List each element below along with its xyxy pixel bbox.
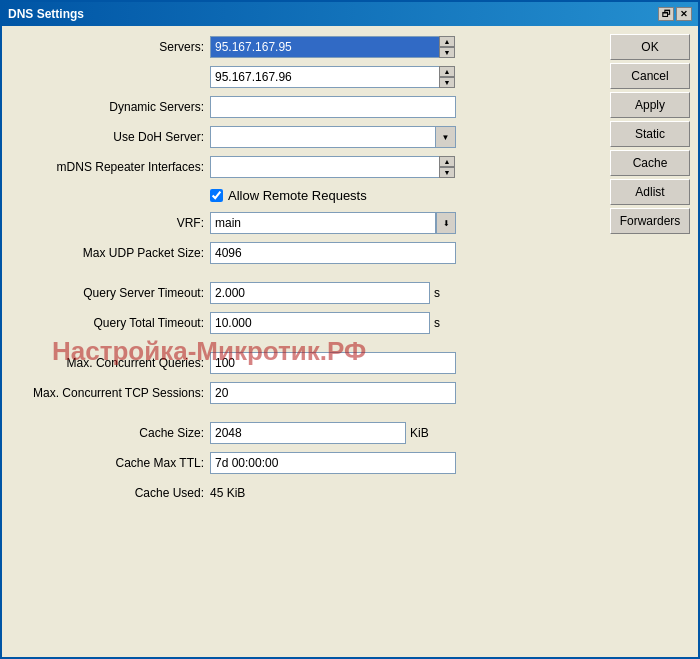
server1-down[interactable]: ▼: [439, 47, 455, 58]
sidebar-buttons: OK Cancel Apply Static Cache Adlist Forw…: [610, 34, 690, 649]
title-bar: DNS Settings 🗗 ✕: [2, 2, 698, 26]
cache-max-ttl-row: Cache Max TTL:: [10, 450, 602, 476]
mdns-input[interactable]: [210, 156, 440, 178]
query-total-input[interactable]: [210, 312, 430, 334]
server2-input-wrapper: ▲ ▼: [210, 66, 455, 88]
query-server-input[interactable]: [210, 282, 430, 304]
title-bar-buttons: 🗗 ✕: [658, 7, 692, 21]
server2-spin: ▲ ▼: [439, 66, 455, 88]
query-server-suffix: s: [434, 286, 440, 300]
doh-dropdown-btn[interactable]: ▼: [436, 126, 456, 148]
server2-up[interactable]: ▲: [439, 66, 455, 77]
max-concurrent-input[interactable]: [210, 352, 456, 374]
query-server-label: Query Server Timeout:: [10, 286, 210, 300]
server1-row: Servers: ▲ ▼: [10, 34, 602, 60]
query-server-row: Query Server Timeout: s: [10, 280, 602, 306]
cache-size-input[interactable]: [210, 422, 406, 444]
mdns-input-wrapper: ▲ ▼: [210, 156, 455, 178]
max-udp-input[interactable]: [210, 242, 456, 264]
dns-settings-window: DNS Settings 🗗 ✕ Настройка-Микротик.РФ S…: [0, 0, 700, 659]
servers-label: Servers:: [10, 40, 210, 54]
server1-input[interactable]: [210, 36, 440, 58]
cache-used-label: Cache Used:: [10, 486, 210, 500]
server2-row: ▲ ▼: [10, 64, 602, 90]
mdns-spin: ▲ ▼: [439, 156, 455, 178]
restore-button[interactable]: 🗗: [658, 7, 674, 21]
allow-remote-label: Allow Remote Requests: [228, 188, 367, 203]
doh-input[interactable]: [210, 126, 436, 148]
vrf-row: VRF: ⬇: [10, 210, 602, 236]
window-title: DNS Settings: [8, 7, 84, 21]
mdns-label: mDNS Repeater Interfaces:: [10, 160, 210, 174]
server2-down[interactable]: ▼: [439, 77, 455, 88]
cache-size-label: Cache Size:: [10, 426, 210, 440]
query-total-row: Query Total Timeout: s: [10, 310, 602, 336]
cache-max-ttl-label: Cache Max TTL:: [10, 456, 210, 470]
cancel-button[interactable]: Cancel: [610, 63, 690, 89]
max-concurrent-tcp-label: Max. Concurrent TCP Sessions:: [10, 386, 210, 400]
allow-remote-row: Allow Remote Requests: [10, 184, 602, 206]
cache-button[interactable]: Cache: [610, 150, 690, 176]
max-udp-row: Max UDP Packet Size:: [10, 240, 602, 266]
cache-used-row: Cache Used: 45 KiB: [10, 480, 602, 506]
dynamic-servers-row: Dynamic Servers:: [10, 94, 602, 120]
vrf-label: VRF:: [10, 216, 210, 230]
doh-row: Use DoH Server: ▼: [10, 124, 602, 150]
dynamic-servers-label: Dynamic Servers:: [10, 100, 210, 114]
cache-size-suffix: KiB: [410, 426, 429, 440]
max-udp-label: Max UDP Packet Size:: [10, 246, 210, 260]
main-form: Servers: ▲ ▼ ▲ ▼: [10, 34, 602, 649]
mdns-down[interactable]: ▼: [439, 167, 455, 178]
server1-input-wrapper: ▲ ▼: [210, 36, 455, 58]
server1-spin: ▲ ▼: [439, 36, 455, 58]
max-concurrent-label: Max. Concurrent Queries:: [10, 356, 210, 370]
cache-max-ttl-input[interactable]: [210, 452, 456, 474]
apply-button[interactable]: Apply: [610, 92, 690, 118]
content-area: Настройка-Микротик.РФ Servers: ▲ ▼: [2, 26, 698, 657]
max-concurrent-row: Max. Concurrent Queries:: [10, 350, 602, 376]
query-total-suffix: s: [434, 316, 440, 330]
server1-up[interactable]: ▲: [439, 36, 455, 47]
allow-remote-checkbox[interactable]: [210, 189, 223, 202]
adlist-button[interactable]: Adlist: [610, 179, 690, 205]
query-total-label: Query Total Timeout:: [10, 316, 210, 330]
forwarders-button[interactable]: Forwarders: [610, 208, 690, 234]
max-concurrent-tcp-input[interactable]: [210, 382, 456, 404]
cache-size-row: Cache Size: KiB: [10, 420, 602, 446]
doh-label: Use DoH Server:: [10, 130, 210, 144]
vrf-input[interactable]: [210, 212, 436, 234]
vrf-dropdown-btn[interactable]: ⬇: [436, 212, 456, 234]
ok-button[interactable]: OK: [610, 34, 690, 60]
cache-used-value: 45 KiB: [210, 486, 245, 500]
dynamic-servers-input[interactable]: [210, 96, 456, 118]
static-button[interactable]: Static: [610, 121, 690, 147]
max-concurrent-tcp-row: Max. Concurrent TCP Sessions:: [10, 380, 602, 406]
mdns-row: mDNS Repeater Interfaces: ▲ ▼: [10, 154, 602, 180]
close-button[interactable]: ✕: [676, 7, 692, 21]
server2-input[interactable]: [210, 66, 440, 88]
mdns-up[interactable]: ▲: [439, 156, 455, 167]
